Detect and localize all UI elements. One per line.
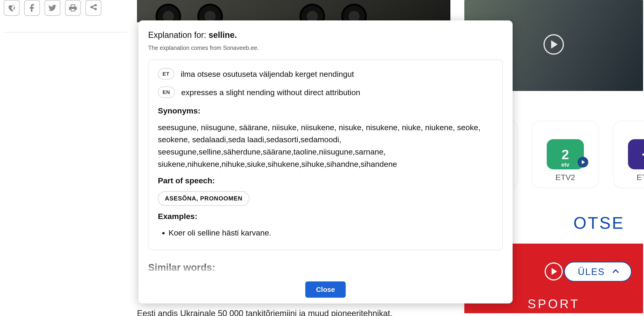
modal-body[interactable]: Explanation for: selline. The explanatio… [138,20,512,276]
definition-row-et: ET ilma otsese osutuseta väljendab kerge… [158,68,493,80]
definition-card: ET ilma otsese osutuseta väljendab kerge… [148,59,503,251]
modal-footer: Close [138,276,512,304]
pos-heading: Part of speech: [158,175,493,187]
definition-text: expresses a slight nending without direc… [181,86,360,98]
modal-subtitle: The explanation comes from Sonaveeb.ee. [148,44,503,52]
modal-title-prefix: Explanation for: [148,30,208,40]
similar-words-heading: Similar words: [148,260,503,275]
synonyms-list: seesugune, niisugune, säärane, niisuke, … [158,121,493,170]
modal-title-word: selline. [208,30,237,40]
synonyms-heading: Synonyms: [158,105,493,117]
lang-badge: EN [158,86,175,98]
explanation-modal: Explanation for: selline. The explanatio… [138,20,512,304]
definition-row-en: EN expresses a slight nending without di… [158,86,493,98]
examples-heading: Examples: [158,210,493,222]
examples-list: Koer oli selline hästi karvane. [158,227,493,239]
pos-badge: ASESÕNA, PRONOOMEN [158,191,249,206]
modal-title: Explanation for: selline. [148,29,503,41]
definition-text: ilma otsese osutuseta väljendab kerget n… [180,68,354,80]
example-item: Koer oli selline hästi karvane. [168,227,493,239]
close-button[interactable]: Close [305,282,346,298]
lang-badge: ET [158,68,174,80]
